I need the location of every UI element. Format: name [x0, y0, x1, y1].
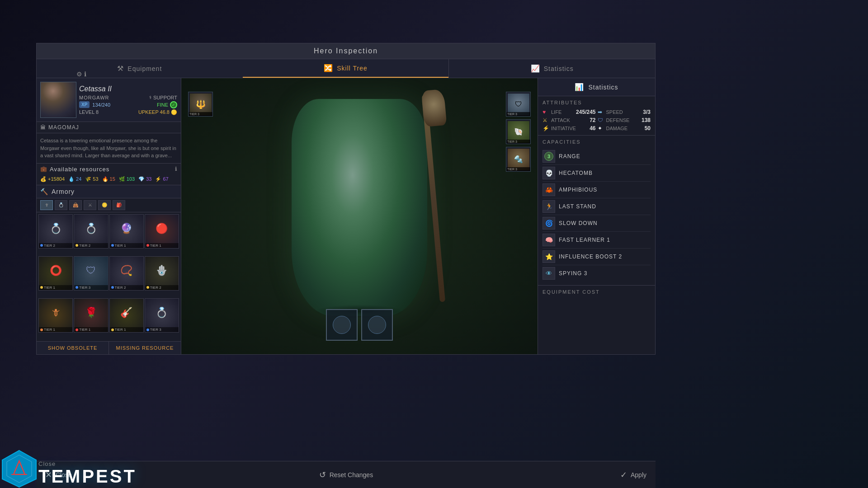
- tab-skill-tree-label: Skill Tree: [337, 65, 368, 72]
- xp-value: 134/240: [92, 102, 110, 108]
- life-value: 245/245: [576, 109, 595, 115]
- tier-dot: [146, 286, 149, 289]
- item-icon: 💍: [39, 215, 72, 243]
- missing-resource-button[interactable]: MISSING RESOURCE: [109, 342, 181, 354]
- armory-buttons: SHOW OBSOLETE MISSING RESOURCE: [37, 341, 181, 354]
- item-cell[interactable]: 💍 TIER 2: [74, 214, 108, 249]
- yellow-icon: 🌾: [85, 176, 91, 182]
- capacity-fast-learner: 🧠 FAST LEARNER 1: [542, 232, 651, 249]
- tier-label: TIER 1: [110, 327, 143, 332]
- apply-button[interactable]: ✓ Apply: [620, 470, 646, 480]
- fast-learner-name: FAST LEARNER 1: [559, 237, 651, 243]
- item-icon: 🛡: [74, 257, 108, 285]
- yellow-value: 53: [93, 176, 98, 182]
- equip-slot-bottom-2[interactable]: [361, 309, 393, 341]
- initiative-label: INITIATIVE: [551, 126, 587, 131]
- attr-defense: 🛡 DEFENSE 138: [598, 117, 651, 123]
- orange-value: 15: [110, 176, 115, 182]
- item-cell[interactable]: 💍 TIER 3: [145, 298, 179, 333]
- stats-header: 📊 Statistics: [538, 78, 655, 96]
- brand-name: TEMPEST: [38, 467, 137, 485]
- filter-tab-coin[interactable]: 🪙: [98, 200, 111, 210]
- brand-text-area: Close TEMPEST: [38, 460, 137, 488]
- item-cell[interactable]: ⭕ TIER 1: [38, 256, 73, 291]
- resources-info-icon: ℹ: [175, 166, 177, 172]
- item-cell[interactable]: 🔮 TIER 1: [109, 214, 144, 249]
- hero-body-shape: [292, 99, 427, 316]
- attr-speed: ➡ SPEED 3/3: [598, 109, 651, 115]
- item-cell[interactable]: 🔴 TIER 1: [145, 214, 179, 249]
- status-icon: ✓: [170, 101, 177, 108]
- slow-down-icon-wrap: 🌀: [542, 217, 555, 230]
- item-cell[interactable]: 🛡 TIER 3: [74, 256, 108, 291]
- item-cell[interactable]: 🎸 TIER 1: [109, 298, 144, 333]
- bottom-equip-slots: [326, 309, 393, 341]
- xp-badge: XP: [79, 101, 90, 108]
- spying-icon: 👁: [546, 270, 552, 277]
- tabs-row: ⚒ Equipment 🔀 Skill Tree 📈 Statistics: [37, 59, 655, 78]
- tier-dot: [146, 328, 149, 331]
- main-panel: Hero Inspection ⚒ Equipment 🔀 Skill Tree…: [36, 43, 656, 355]
- status-label: FINE: [157, 102, 168, 108]
- influence-boost-icon-wrap: ⭐: [542, 250, 555, 263]
- armory-header: 🔨 Armory: [37, 185, 181, 198]
- status-indicator: FINE ✓: [157, 101, 177, 108]
- damage-value: 50: [645, 125, 651, 131]
- item-cell[interactable]: 📿 TIER 2: [109, 256, 144, 291]
- reset-label: Reset Changes: [330, 471, 373, 479]
- amphibious-icon-wrap: 🦀: [542, 183, 555, 196]
- purple-value: 67: [163, 176, 168, 182]
- resources-row: 💰 +15804 💧 24 🌾 53 🔥 15: [37, 175, 181, 185]
- show-obsolete-button[interactable]: SHOW OBSOLETE: [37, 342, 109, 354]
- tab-statistics-label: Statistics: [544, 65, 574, 72]
- title-bar: Hero Inspection: [37, 43, 655, 59]
- influence-boost-icon: ⭐: [545, 253, 553, 260]
- attr-damage: ✦ DAMAGE 50: [598, 125, 651, 131]
- purple-icon: ⚡: [155, 176, 161, 182]
- attr-attack: ⚔ ATTACK 72: [542, 117, 596, 123]
- resources-header: 💼 Available resources ℹ: [37, 164, 181, 175]
- attributes-label: ATTRIBUTES: [542, 100, 651, 105]
- tier-dot: [111, 286, 114, 289]
- hero-avatar-image: [41, 82, 76, 117]
- reset-button[interactable]: ↺ Reset Changes: [319, 470, 373, 480]
- capacity-spying: 👁 SPYING 3: [542, 265, 651, 282]
- tab-skill-tree[interactable]: 🔀 Skill Tree: [243, 59, 449, 78]
- speed-label: SPEED: [606, 109, 641, 115]
- gold-value: +15804: [48, 176, 65, 182]
- tab-equipment-label: Equipment: [127, 65, 162, 72]
- hero-header: ⚙ ℹ Cetassa II MORGAWR ⚕ SUPPORT: [37, 78, 181, 122]
- fast-learner-icon: 🧠: [545, 236, 553, 244]
- attributes-section: ATTRIBUTES ♥ LIFE 245/245 ➡ SPEED 3/3 ⚔: [538, 96, 655, 136]
- last-stand-icon-wrap: 🏃: [542, 200, 555, 213]
- window-title: Hero Inspection: [314, 47, 378, 55]
- filter-tab-bag[interactable]: 👜: [69, 200, 82, 210]
- equip-slot-bottom-1[interactable]: [326, 309, 358, 341]
- filter-tab-other[interactable]: 🎒: [113, 200, 125, 210]
- tier-label: TIER 1: [145, 243, 179, 248]
- tier-label: TIER 1: [39, 285, 72, 290]
- filter-tab-sword[interactable]: 🗡: [40, 200, 53, 210]
- life-icon: ♥: [542, 109, 549, 115]
- attack-icon: ⚔: [542, 117, 549, 123]
- item-cell[interactable]: 🪬 TIER 2: [145, 256, 179, 291]
- spying-icon-wrap: 👁: [542, 267, 555, 280]
- tier-dot: [111, 244, 114, 247]
- item-icon: 💍: [74, 215, 108, 243]
- item-cell[interactable]: 🗡 TIER 1: [38, 298, 73, 333]
- tab-equipment[interactable]: ⚒ Equipment: [37, 59, 243, 78]
- item-cell[interactable]: 🌹 TIER 1: [74, 298, 108, 333]
- guild-icon: 🏛: [40, 124, 46, 131]
- resource-orange: 🔥 15: [102, 176, 115, 182]
- item-icon: ⭕: [39, 257, 72, 285]
- tier-label: TIER 2: [110, 285, 143, 290]
- tab-statistics[interactable]: 📈 Statistics: [448, 59, 655, 78]
- spying-name: SPYING 3: [559, 270, 651, 277]
- reset-icon: ↺: [319, 470, 326, 480]
- filter-tab-weapon[interactable]: ⚔: [84, 200, 96, 210]
- item-cell[interactable]: 💍 TIER 2: [38, 214, 73, 249]
- capacity-range: 3 RANGE: [542, 148, 651, 165]
- orange-icon: 🔥: [102, 176, 108, 182]
- equipment-icon: ⚒: [117, 64, 124, 73]
- filter-tab-ring[interactable]: 💍: [55, 200, 67, 210]
